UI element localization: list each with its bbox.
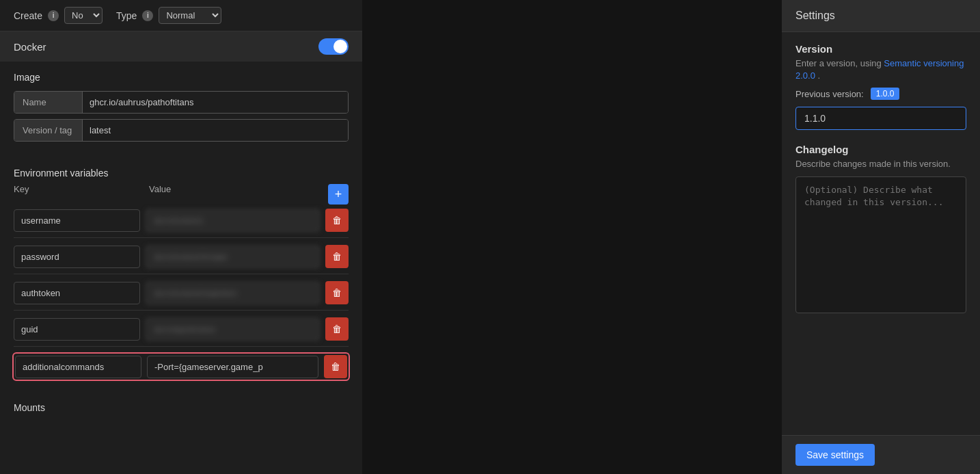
create-select[interactable]: No Yes bbox=[64, 7, 103, 24]
version-desc-text: Enter a version, using bbox=[795, 58, 882, 68]
env-key-header: Key bbox=[14, 184, 144, 205]
create-label: Create bbox=[14, 10, 42, 21]
add-env-button[interactable]: + bbox=[328, 184, 349, 205]
trash-icon-guid: 🗑 bbox=[332, 324, 342, 334]
top-bar: Create i No Yes Type i Normal Advanced bbox=[0, 0, 362, 31]
version-title: Version bbox=[795, 43, 966, 55]
changelog-textarea[interactable] bbox=[795, 176, 966, 313]
env-key-password[interactable] bbox=[14, 246, 140, 268]
mounts-title: Mounts bbox=[0, 395, 362, 420]
delete-additionalcommands-button[interactable]: 🗑 bbox=[324, 355, 347, 378]
delete-authtoken-button[interactable]: 🗑 bbox=[325, 281, 349, 304]
type-label: Type bbox=[116, 10, 137, 21]
create-item: Create i No Yes bbox=[14, 7, 103, 24]
changelog-section: Changelog Describe changes made in this … bbox=[795, 144, 966, 315]
env-row-password: 🗑 bbox=[14, 245, 349, 268]
version-desc-end: . bbox=[818, 70, 821, 81]
right-panel: Settings Version Enter a version, using … bbox=[782, 0, 980, 474]
trash-icon-authtoken: 🗑 bbox=[332, 287, 342, 298]
previous-version-badge: 1.0.0 bbox=[871, 88, 900, 100]
image-title: Image bbox=[14, 72, 349, 83]
env-header: Environment variables bbox=[14, 168, 349, 179]
changelog-description: Describe changes made in this version. bbox=[795, 158, 966, 170]
env-row-authtoken: 🗑 bbox=[14, 281, 349, 304]
left-panel: Create i No Yes Type i Normal Advanced D… bbox=[0, 0, 362, 474]
env-value-header: Value bbox=[149, 184, 323, 205]
env-vars-section: Environment variables Key Value + 🗑 🗑 bbox=[0, 157, 362, 395]
trash-icon-username: 🗑 bbox=[332, 215, 342, 226]
version-input[interactable] bbox=[795, 107, 966, 130]
trash-icon-additionalcommands: 🗑 bbox=[331, 361, 340, 372]
image-version-label: Version / tag bbox=[14, 120, 83, 141]
env-val-authtoken[interactable] bbox=[146, 282, 320, 304]
type-info-icon[interactable]: i bbox=[142, 10, 153, 21]
image-version-input[interactable] bbox=[83, 120, 348, 141]
env-key-additionalcommands[interactable] bbox=[15, 356, 141, 378]
type-select[interactable]: Normal Advanced bbox=[159, 7, 221, 24]
previous-version-label: Previous version: bbox=[795, 89, 864, 99]
type-item: Type i Normal Advanced bbox=[116, 7, 221, 24]
env-key-guid[interactable] bbox=[14, 318, 140, 341]
docker-title: Docker bbox=[14, 41, 46, 53]
docker-toggle[interactable] bbox=[318, 38, 349, 55]
save-settings-button[interactable]: Save settings bbox=[795, 444, 875, 466]
env-val-guid[interactable] bbox=[146, 318, 320, 341]
env-title: Environment variables bbox=[14, 168, 109, 179]
env-key-username[interactable] bbox=[14, 209, 140, 232]
version-description: Enter a version, using Semantic versioni… bbox=[795, 57, 966, 82]
env-row-additionalcommands: 🗑 bbox=[14, 354, 349, 380]
delete-password-button[interactable]: 🗑 bbox=[325, 245, 349, 268]
image-section: Image Name Version / tag bbox=[0, 62, 362, 157]
middle-area bbox=[362, 0, 782, 474]
previous-version-row: Previous version: 1.0.0 bbox=[795, 88, 966, 100]
env-val-username[interactable] bbox=[146, 209, 320, 232]
env-col-headers: Key Value + bbox=[14, 184, 349, 205]
settings-footer: Save settings bbox=[782, 435, 980, 474]
version-section: Version Enter a version, using Semantic … bbox=[795, 43, 966, 130]
env-key-authtoken[interactable] bbox=[14, 282, 140, 304]
create-info-icon[interactable]: i bbox=[48, 10, 59, 21]
image-name-row: Name bbox=[14, 91, 349, 114]
env-row-username: 🗑 bbox=[14, 209, 349, 232]
image-version-row: Version / tag bbox=[14, 119, 349, 142]
delete-username-button[interactable]: 🗑 bbox=[325, 209, 349, 232]
settings-header: Settings bbox=[782, 0, 980, 32]
trash-icon-password: 🗑 bbox=[332, 251, 342, 262]
image-name-label: Name bbox=[14, 92, 83, 113]
env-row-guid: 🗑 bbox=[14, 317, 349, 341]
settings-body: Version Enter a version, using Semantic … bbox=[782, 32, 980, 435]
docker-section: Docker bbox=[0, 31, 362, 62]
delete-guid-button[interactable]: 🗑 bbox=[325, 317, 349, 341]
changelog-title: Changelog bbox=[795, 144, 966, 155]
env-val-additionalcommands[interactable] bbox=[147, 356, 318, 378]
env-val-password[interactable] bbox=[146, 246, 320, 268]
image-name-input[interactable] bbox=[83, 92, 348, 113]
